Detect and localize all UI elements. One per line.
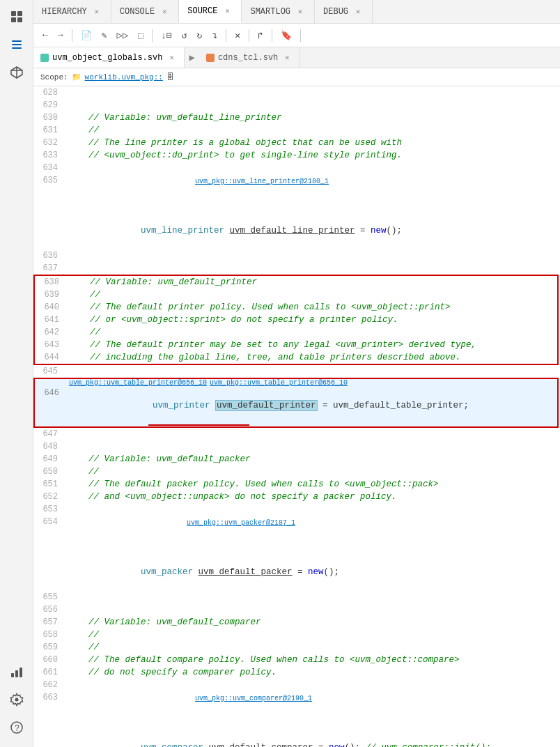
svg-rect-1 [17,11,22,16]
svg-rect-4 [12,40,22,42]
code-line-645: 645 [33,365,560,378]
tab-hierarchy[interactable]: HIERARCHY ✕ [33,0,111,23]
code-line-629: 629 [33,99,560,111]
file-tab-uvm-close[interactable]: ✕ [166,52,177,63]
tooltip-663[interactable]: uvm_pkg::uvm_comparer@2190_1 [195,693,312,705]
align-button[interactable]: ⬚ [134,29,147,43]
tooltip-654[interactable]: uvm_pkg::uvm_packer@2187_1 [187,517,295,530]
tab-source-close[interactable]: ✕ [221,6,233,17]
tooltip-row-646: uvm_pkg::uvm_table_printer@656_10 uvm_pk… [35,379,557,387]
reload-button[interactable]: ↺ [178,29,191,43]
scope-bar: Scope: 📁 worklib.uvm_pkg:: 🗄 [33,68,560,86]
tooltip-646-left[interactable]: uvm_pkg::uvm_table_printer@656_10 [69,379,207,387]
sep2 [152,29,153,42]
file-tab-cdns-close[interactable]: ✕ [281,52,293,63]
code-line-660: 660 // The default compare policy. Used … [33,654,560,666]
code-line-634: 634 [33,162,560,174]
tab-console-close[interactable]: ✕ [159,6,170,17]
code-line-637: 637 [33,262,560,275]
file-tab-arrow: ▶ [185,47,199,68]
code-line-635: 635 uvm_pkg::uvm_line_printer@2180_1 uvm… [33,174,560,249]
sep1 [72,29,72,42]
sidebar-icon-help[interactable]: ? [6,716,28,739]
step-down-button[interactable]: ↓⊟ [157,29,176,43]
tooltip-646-right[interactable]: uvm_pkg::uvm_table_printer@656_10 [210,379,348,387]
main-area: HIERARCHY ✕ CONSOLE ✕ SOURCE ✕ SMARTLOG … [33,0,560,747]
sep5 [272,29,272,42]
code-line-638: 638 // Variable: uvm_default_printer [35,276,557,288]
svg-rect-5 [12,44,22,45]
step-over-button[interactable]: ↻ [194,29,206,43]
tab-hierarchy-close[interactable]: ✕ [91,6,102,17]
tab-debug-close[interactable]: ✕ [352,6,364,17]
file-tab-uvm-globals[interactable]: uvm_object_globals.svh ✕ [33,47,185,68]
code-line-639: 639 // [35,288,557,301]
tooltip-635[interactable]: uvm_pkg::uvm_line_printer@2180_1 [195,176,329,188]
svg-rect-2 [11,17,16,22]
doc-button[interactable]: 📄 [77,29,95,43]
scope-path[interactable]: worklib.uvm_pkg:: [85,73,163,82]
red-underline-646 [148,424,249,426]
svg-rect-3 [17,17,22,22]
code-line-632: 632 // The line printer is a global obje… [33,137,560,149]
code-line-651: 651 // The default packer policy. Used w… [33,478,560,491]
scope-folder-icon: 📁 [72,72,81,82]
red-box-line-646: uvm_pkg::uvm_table_printer@656_10 uvm_pk… [33,378,559,428]
sep3 [226,29,226,42]
run-button[interactable]: ▷▷ [113,28,132,43]
svg-rect-6 [12,47,22,49]
code-line-640: 640 // The default printer policy. Used … [35,301,557,314]
tab-source[interactable]: SOURCE ✕ [179,0,242,23]
code-line-652: 652 // and <uvm_object::unpack> do not s… [33,491,560,503]
code-line-655: 655 [33,591,560,603]
svg-rect-9 [15,670,18,677]
sidebar-icon-cube[interactable] [6,61,28,84]
red-box-comments: 638 // Variable: uvm_default_printer 639… [33,275,559,365]
file-tab-cdns[interactable]: cdns_tcl.svh ✕ [199,47,300,68]
file-icon-orange [206,54,215,62]
code-line-647: 647 [33,428,560,440]
svg-rect-0 [11,11,16,16]
code-line-657: 657 // Variable: uvm_default_comparer [33,616,560,629]
sidebar-icon-settings[interactable] [6,688,28,711]
step-into-button[interactable]: ↴ [208,29,221,43]
file-icon-teal [40,54,49,62]
code-line-654: 654 uvm_pkg::uvm_packer@2187_1 uvm_packe… [33,516,560,591]
tab-bar: HIERARCHY ✕ CONSOLE ✕ SOURCE ✕ SMARTLOG … [33,0,560,24]
scope-db-icon[interactable]: 🗄 [166,72,174,82]
forward-button[interactable]: → [54,29,67,42]
code-line-636: 636 [33,249,560,262]
code-line-659: 659 // [33,641,560,654]
code-line-662: 662 [33,679,560,691]
code-line-658: 658 // [33,629,560,641]
code-line-649: 649 // Variable: uvm_default_packer [33,453,560,465]
tab-smartlog[interactable]: SMARTLOG ✕ [242,0,315,23]
sidebar: ? [0,0,33,747]
code-line-642: 642 // [35,326,557,339]
tab-console[interactable]: CONSOLE ✕ [111,0,179,23]
code-line-644: 644 // including the global line, tree, … [35,351,557,364]
code-line-631: 631 // [33,124,560,137]
code-line-663: 663 uvm_pkg::uvm_comparer@2190_1 uvm_com… [33,691,560,747]
code-line-630: 630 // Variable: uvm_default_line_printe… [33,111,560,124]
code-line-653: 653 [33,503,560,516]
edit-button[interactable]: ✎ [98,29,111,43]
code-line-646: 646 uvm_printer uvm_default_printer = uv… [35,387,557,424]
sidebar-icon-chart[interactable] [6,661,28,683]
tab-debug[interactable]: DEBUG ✕ [315,0,373,23]
code-line-648: 648 [33,440,560,453]
svg-text:?: ? [15,724,20,734]
back-button[interactable]: ← [39,29,52,42]
sidebar-icon-layers[interactable] [6,33,28,56]
svg-rect-8 [11,673,14,677]
code-line-633: 633 // <uvm_object::do_print> to get sin… [33,149,560,162]
editor-area[interactable]: 628 629 630 // Variable: uvm_default_lin… [33,86,560,747]
code-line-628: 628 [33,86,560,99]
tab-smartlog-close[interactable]: ✕ [295,6,306,17]
arrow-right-button[interactable]: ↱ [254,29,267,43]
toolbar: ← → 📄 ✎ ▷▷ ⬚ ↓⊟ ↺ ↻ ↴ ✕ ↱ 🔖 [33,24,560,47]
sidebar-icon-home[interactable] [6,6,28,28]
x-button[interactable]: ✕ [231,29,244,43]
bookmark-button[interactable]: 🔖 [277,29,295,43]
svg-rect-10 [20,668,22,677]
